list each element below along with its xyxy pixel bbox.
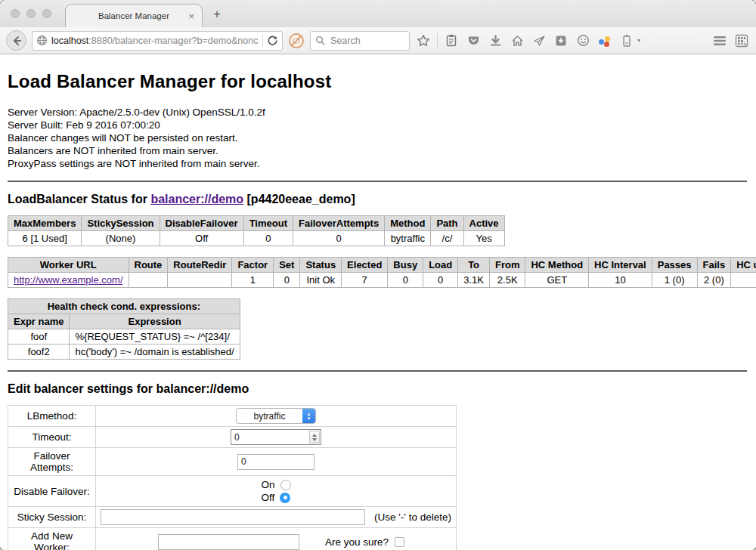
cell-elected: 7 xyxy=(342,273,388,288)
cell-status: Init Ok xyxy=(300,273,342,288)
health-table-title: Health check cond. expressions: xyxy=(8,299,240,314)
battery-extension-icon[interactable] xyxy=(618,31,635,51)
radio-off[interactable] xyxy=(280,493,290,503)
add-worker-input[interactable] xyxy=(158,534,299,550)
tab-balancer-manager[interactable]: Balancer Manager × xyxy=(65,4,203,27)
add-worker-cell: Are you sure? xyxy=(96,528,457,550)
stepper-icon[interactable] xyxy=(309,431,320,443)
cell-method: bytraffic xyxy=(385,231,431,246)
disable-failover-cell: On Off xyxy=(96,476,457,507)
balancer-demo-link[interactable]: balancer://demo xyxy=(150,193,243,205)
color-dots-icon[interactable] xyxy=(596,31,613,51)
cell-from: 2.5K xyxy=(489,273,525,288)
tab-title: Balancer Manager xyxy=(98,11,169,20)
cell-load: 0 xyxy=(423,273,458,288)
col-expr-name: Expr name xyxy=(8,314,70,329)
failover-row: Failover Attempts: 0 xyxy=(8,448,457,476)
lbmethod-selected-value: bytraffic xyxy=(237,411,302,422)
cell-failoverattempts: 0 xyxy=(293,231,384,246)
bookmark-star-icon[interactable] xyxy=(415,31,432,51)
col-factor: Factor xyxy=(232,258,274,273)
cell-expr-name: foof xyxy=(8,329,70,345)
col-status: Status xyxy=(300,258,342,273)
edit-balancer-heading: Edit balancer settings for balancer://de… xyxy=(8,382,747,396)
sticky-session-input[interactable] xyxy=(101,509,365,525)
zoom-window-button[interactable] xyxy=(42,9,51,18)
lbmethod-cell: bytraffic ▲▼ xyxy=(96,406,457,427)
save-panel-icon[interactable] xyxy=(553,31,569,51)
image-block-icon[interactable] xyxy=(288,32,305,49)
cell-timeout: 0 xyxy=(243,231,293,246)
close-window-button[interactable] xyxy=(11,9,20,18)
sticky-session-cell: (Use '-' to delete) xyxy=(96,507,457,528)
cell-expression: %{REQUEST_STATUS} =~ /^[234]/ xyxy=(70,329,240,345)
col-hc-interval: HC Interval xyxy=(589,258,652,273)
failover-attempts-input[interactable]: 0 xyxy=(237,454,314,470)
failover-label: Failover Attempts: xyxy=(8,448,96,476)
radio-off-label: Off xyxy=(262,492,275,503)
server-built-line: Server Built: Feb 9 2016 07:00:20 xyxy=(8,119,747,131)
col-hc-method: HC Method xyxy=(525,258,589,273)
confirm-label: Are you sure? xyxy=(325,536,389,548)
downloads-icon[interactable] xyxy=(487,31,503,51)
col-active: Active xyxy=(463,216,504,231)
search-icon xyxy=(315,36,325,45)
proxypass-notice-line: ProxyPass settings are NOT inherited fro… xyxy=(8,157,747,170)
col-timeout: Timeout xyxy=(243,216,293,231)
feedback-smiley-icon[interactable] xyxy=(575,31,591,51)
cell-hc-method: GET xyxy=(525,273,589,288)
balancer-status-table: MaxMembers StickySession DisableFailover… xyxy=(8,215,505,246)
site-globe-icon xyxy=(36,35,48,46)
send-tab-icon[interactable] xyxy=(531,31,547,51)
timeout-cell: 0 xyxy=(96,427,457,448)
pocket-icon[interactable] xyxy=(465,31,482,51)
cell-busy: 0 xyxy=(388,273,423,288)
col-route: Route xyxy=(129,258,168,273)
home-icon[interactable] xyxy=(509,31,525,51)
table-row: 6 [1 Used] (None) Off 0 0 bytraffic /c/ … xyxy=(8,231,505,246)
clipboard-icon[interactable] xyxy=(443,31,460,51)
new-tab-button[interactable]: + xyxy=(213,8,221,20)
cell-fails: 2 (0) xyxy=(697,273,731,288)
table-header-row: MaxMembers StickySession DisableFailover… xyxy=(8,216,505,231)
chevron-down-icon[interactable]: ▾ xyxy=(637,37,640,44)
timeout-input[interactable]: 0 xyxy=(231,429,321,445)
select-arrows-icon: ▲▼ xyxy=(302,408,315,424)
extensions-grid-icon[interactable] xyxy=(733,31,750,51)
minimize-window-button[interactable] xyxy=(26,9,36,18)
table-header-row: Worker URL Route RouteRedir Factor Set S… xyxy=(8,258,756,273)
radio-on[interactable] xyxy=(280,480,291,490)
worker-table: Worker URL Route RouteRedir Factor Set S… xyxy=(8,257,756,288)
cell-passes: 1 (0) xyxy=(652,273,697,288)
timeout-label: Timeout: xyxy=(8,427,96,448)
sticky-session-row: Sticky Session: (Use '-' to delete) xyxy=(8,507,457,528)
back-button[interactable] xyxy=(6,30,26,51)
cell-disablefailover: Off xyxy=(160,231,243,246)
url-host: localhost xyxy=(51,36,88,46)
search-bar[interactable] xyxy=(310,31,410,51)
status-heading-suffix: [p4420eeae_demo] xyxy=(243,193,355,205)
toolbar-separator xyxy=(437,33,438,48)
disable-failover-label: Disable Failover: xyxy=(8,476,96,507)
search-input[interactable] xyxy=(329,35,397,47)
cell-to: 3.1K xyxy=(458,273,490,288)
health-check-table: Health check cond. expressions: Expr nam… xyxy=(8,298,240,360)
cell-expr-name: foof2 xyxy=(8,345,70,360)
back-arrow-icon xyxy=(11,36,22,46)
col-method: Method xyxy=(385,216,431,231)
tab-close-icon[interactable]: × xyxy=(188,11,194,22)
col-busy: Busy xyxy=(388,258,423,273)
confirm-checkbox[interactable] xyxy=(395,537,404,547)
col-from: From xyxy=(489,258,525,273)
col-disablefailover: DisableFailover xyxy=(160,216,243,231)
url-text[interactable]: localhost:8880/balancer-manager?b=demo&n… xyxy=(51,36,259,46)
url-bar[interactable]: localhost:8880/balancer-manager?b=demo&n… xyxy=(32,31,283,51)
browser-window: Balancer Manager × + localhost:8880/bala… xyxy=(0,0,756,550)
lbmethod-select[interactable]: bytraffic ▲▼ xyxy=(236,408,316,424)
reload-icon[interactable] xyxy=(267,35,278,46)
col-elected: Elected xyxy=(342,258,388,273)
col-stickysession: StickySession xyxy=(82,216,160,231)
worker-url-link[interactable]: http://www.example.com/ xyxy=(14,274,123,286)
menu-icon[interactable] xyxy=(711,31,728,51)
cell-hc-uri xyxy=(731,273,756,288)
